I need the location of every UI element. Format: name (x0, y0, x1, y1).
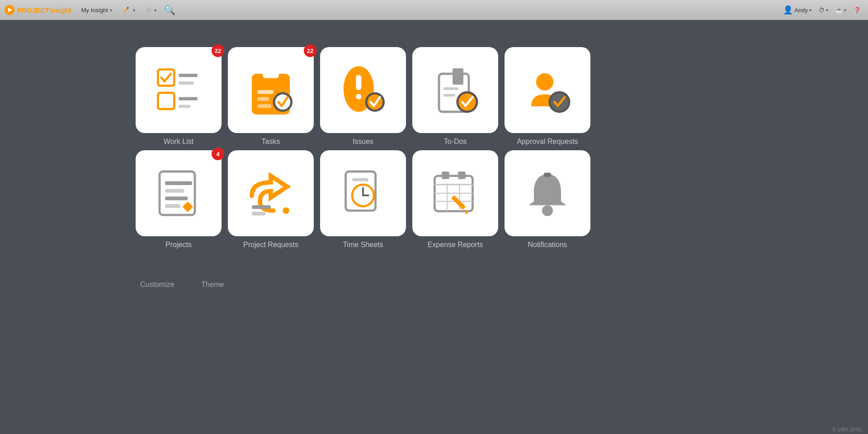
clock-icon: ⏱ (819, 7, 825, 14)
icon-grid: 22Work List 22Tasks (136, 47, 868, 249)
svg-rect-25 (443, 94, 455, 96)
svg-point-23 (458, 93, 476, 110)
icon-label-to-dos: To-Dos (444, 138, 467, 146)
logo-area[interactable]: PROJECTinsight (5, 5, 71, 15)
user-menu-chevron: ▾ (809, 8, 811, 13)
svg-point-17 (356, 94, 361, 99)
right-nav: 👤 Andy ▾ ⏱ ▾ ☕ ▾ ❓ (780, 3, 863, 17)
svg-rect-7 (179, 105, 190, 108)
badge-tasks: 22 (304, 44, 316, 57)
svg-rect-10 (257, 90, 274, 94)
favorites-nav-button[interactable]: ☆ ▾ (142, 3, 160, 17)
icon-tile-tasks[interactable]: 22 (228, 47, 314, 133)
icon-item-notifications[interactable]: Notifications (505, 150, 590, 249)
icon-item-project-requests[interactable]: Project Requests (228, 150, 314, 249)
icon-label-project-requests: Project Requests (243, 241, 298, 249)
top-navigation: PROJECTinsight My Insight ▾ ▾ ☆ ▾ 🔍 👤 An… (0, 0, 868, 20)
badge-projects: 4 (212, 148, 224, 160)
svg-rect-51 (458, 172, 466, 179)
icon-item-to-dos[interactable]: To-Dos (412, 47, 498, 146)
my-insight-label: My Insight (81, 7, 108, 14)
svg-rect-6 (179, 97, 198, 100)
paintbrush-nav-button[interactable]: ▾ (118, 3, 139, 17)
coffee-icon: ☕ (835, 7, 843, 14)
icon-label-approval-requests: Approval Requests (517, 138, 578, 146)
icon-tile-time-sheets[interactable] (320, 150, 406, 236)
theme-link[interactable]: Theme (202, 281, 224, 289)
bottom-links: Customize Theme (136, 262, 868, 289)
svg-point-54 (542, 205, 553, 216)
coffee-menu-button[interactable]: ☕ ▾ (833, 5, 849, 15)
svg-rect-32 (165, 196, 188, 200)
svg-rect-16 (356, 75, 361, 90)
logo-play-icon (5, 5, 14, 15)
svg-point-37 (283, 207, 289, 214)
svg-rect-31 (165, 189, 184, 192)
svg-rect-11 (257, 97, 269, 101)
icon-tile-project-requests[interactable] (228, 150, 314, 236)
svg-rect-4 (179, 81, 194, 85)
icon-tile-to-dos[interactable] (412, 47, 498, 133)
main-content: 22Work List 22Tasks (0, 20, 868, 307)
coffee-chevron: ▾ (844, 8, 846, 13)
icon-item-tasks[interactable]: 22Tasks (228, 47, 314, 146)
svg-rect-52 (451, 195, 466, 210)
search-button[interactable]: 🔍 (163, 3, 176, 17)
icon-tile-notifications[interactable] (505, 150, 590, 236)
icon-item-work-list[interactable]: 22Work List (136, 47, 222, 146)
search-icon: 🔍 (164, 5, 175, 15)
clock-menu-button[interactable]: ⏱ ▾ (816, 5, 831, 15)
icon-label-work-list: Work List (164, 138, 193, 146)
customize-link[interactable]: Customize (140, 281, 175, 289)
icon-label-issues: Issues (353, 138, 373, 146)
star-icon: ☆ (145, 5, 152, 15)
svg-rect-35 (252, 205, 271, 209)
my-insight-nav-button[interactable]: My Insight ▾ (78, 5, 116, 15)
svg-rect-34 (183, 201, 193, 212)
paintbrush-chevron: ▾ (133, 8, 135, 13)
icon-item-time-sheets[interactable]: Time Sheets (320, 150, 406, 249)
user-name-label: Andy (794, 7, 808, 14)
icon-tile-expense-reports[interactable] (412, 150, 498, 236)
icon-item-issues[interactable]: Issues (320, 47, 406, 146)
svg-point-26 (536, 73, 553, 91)
svg-rect-9 (263, 69, 279, 78)
icon-tile-work-list[interactable]: 22 (136, 47, 222, 133)
svg-rect-24 (443, 87, 459, 90)
svg-rect-50 (442, 172, 449, 179)
icon-label-notifications: Notifications (528, 241, 567, 249)
icon-tile-projects[interactable]: 4 (136, 150, 222, 236)
paintbrush-icon (122, 5, 131, 15)
svg-rect-3 (179, 74, 198, 77)
icon-label-tasks: Tasks (262, 138, 280, 146)
help-button[interactable]: ❓ (851, 5, 863, 15)
help-icon: ❓ (854, 7, 861, 14)
clock-chevron: ▾ (826, 8, 828, 13)
icon-label-expense-reports: Expense Reports (428, 241, 483, 249)
icon-item-projects[interactable]: 4Projects (136, 150, 222, 249)
svg-rect-12 (257, 104, 271, 108)
favorites-chevron: ▾ (154, 8, 156, 13)
svg-point-28 (551, 93, 568, 110)
svg-rect-33 (165, 204, 180, 208)
user-menu-button[interactable]: 👤 Andy ▾ (780, 3, 814, 17)
svg-rect-5 (158, 93, 174, 109)
icon-tile-issues[interactable] (320, 47, 406, 133)
footer-copyright: © 1997-2016, (832, 427, 863, 432)
icon-item-approval-requests[interactable]: Approval Requests (505, 47, 590, 146)
svg-rect-36 (252, 212, 265, 215)
icon-label-projects: Projects (165, 241, 192, 249)
icon-tile-approval-requests[interactable] (505, 47, 590, 133)
svg-rect-55 (544, 172, 552, 177)
icon-item-expense-reports[interactable]: Expense Reports (412, 150, 498, 249)
svg-rect-43 (352, 178, 368, 181)
badge-work-list: 22 (212, 44, 224, 57)
logo-text: PROJECTinsight (17, 6, 71, 14)
svg-rect-21 (453, 68, 463, 85)
icon-label-time-sheets: Time Sheets (343, 241, 383, 249)
svg-rect-30 (165, 181, 192, 185)
my-insight-chevron: ▾ (110, 8, 112, 13)
user-avatar-icon: 👤 (783, 5, 793, 15)
